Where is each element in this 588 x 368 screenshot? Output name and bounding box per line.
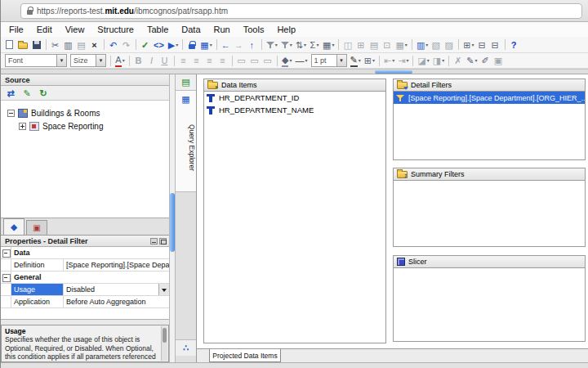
query-explorer-label[interactable]: Query Explorer	[176, 107, 196, 192]
tree-item-buildings-rooms[interactable]: Buildings & Rooms	[1, 106, 169, 119]
align-center-button[interactable]: ≡	[191, 54, 203, 67]
paste-button[interactable]: ▤	[76, 38, 87, 52]
insert-table-button[interactable]: ⊞	[355, 38, 367, 52]
bold-button[interactable]: B	[133, 54, 145, 67]
detail-filter-item[interactable]: [Space Reporting].[Space Department].[OR…	[394, 92, 585, 104]
query-explorer-tab[interactable]: ▦	[176, 91, 196, 107]
reset-style-button[interactable]: ✗	[452, 54, 464, 67]
toolbar-separator[interactable]	[412, 56, 413, 66]
underline-button[interactable]: U	[159, 54, 171, 67]
copy-button[interactable]: ▥	[63, 38, 74, 52]
scrollbar-thumb[interactable]	[170, 193, 175, 252]
dropdown-button[interactable]	[158, 284, 169, 295]
maximize-pane-button[interactable]	[159, 238, 167, 245]
master-detail-button[interactable]: ⊟	[477, 38, 488, 52]
forward-button[interactable]: →	[234, 38, 245, 52]
refresh-source-button[interactable]: ↻	[38, 87, 49, 100]
indent-increase-button[interactable]: ⇥▾	[397, 54, 409, 67]
redo-button[interactable]: ↷	[121, 38, 132, 52]
chart-button[interactable]: ▥▾	[416, 38, 429, 52]
package-button[interactable]: ▦▾	[199, 38, 212, 52]
minimize-pane-button[interactable]	[150, 238, 158, 245]
insert-source-button[interactable]: ⇄	[5, 87, 16, 100]
undo-button[interactable]: ↶	[108, 38, 119, 52]
headers-footers-button[interactable]: ◫	[342, 38, 354, 52]
style-picker-button[interactable]: ✎▾	[466, 54, 478, 67]
background-color-button[interactable]: ◆▾	[281, 54, 292, 67]
page-explorer-tab[interactable]: ▤	[176, 74, 196, 91]
run-button[interactable]: ▶▾	[167, 38, 179, 52]
menu-item[interactable]: Run	[207, 25, 237, 34]
toolbar-separator[interactable]	[104, 39, 105, 50]
projected-data-items-tab[interactable]: Projected Data Items	[209, 349, 281, 362]
prop-group-data[interactable]: Data	[1, 247, 169, 259]
menu-item[interactable]: Table	[140, 25, 175, 34]
toolbar-separator[interactable]	[174, 56, 175, 66]
toolbar-separator[interactable]	[338, 39, 339, 50]
pivot-button[interactable]: ▦▾	[322, 38, 335, 52]
prop-definition[interactable]: Definition [Space Reporting].[Space Depa…	[1, 259, 169, 272]
toolbar-separator[interactable]	[136, 39, 136, 50]
toolbar-separator[interactable]	[412, 39, 412, 50]
tab-toolbox[interactable]: ▣	[26, 220, 47, 235]
line-style-button[interactable]: —▾	[294, 54, 308, 67]
property-value[interactable]: Before Auto Aggregation	[64, 298, 169, 306]
swap-rows-columns-button[interactable]: ▧	[430, 38, 442, 52]
size-combo[interactable]: Size▼	[70, 54, 106, 67]
toolbar-separator[interactable]	[458, 39, 459, 50]
padding-button[interactable]: ▭	[262, 54, 274, 67]
url-input[interactable]: https://reports-test.mit.edu/ibmcognos/p…	[20, 3, 582, 19]
toolbar-separator[interactable]	[182, 39, 183, 50]
toolbar-separator[interactable]	[379, 56, 380, 66]
prop-application[interactable]: Application Before Auto Aggregation	[1, 296, 169, 308]
borders-button[interactable]: ⊞▾	[363, 54, 376, 67]
left-pane-scrollbar[interactable]	[169, 74, 176, 362]
property-value[interactable]: [Space Reporting].[Space Department]...	[64, 261, 169, 269]
justify-button[interactable]: ≡	[217, 54, 229, 67]
style-variable-button[interactable]: ◨▾	[432, 54, 445, 67]
menu-item[interactable]: Edit	[30, 25, 59, 34]
data-item[interactable]: HR_DEPARTMENT_NAME	[204, 104, 385, 116]
lock-page-button[interactable]	[186, 38, 198, 52]
sort-button[interactable]: ⇅▾	[295, 38, 307, 52]
summarize-button[interactable]: Σ▾	[309, 38, 320, 52]
delete-button[interactable]: ×	[89, 38, 100, 52]
menu-item[interactable]: File	[2, 25, 30, 34]
menu-item[interactable]: Tools	[237, 25, 271, 34]
property-value[interactable]: Disabled	[64, 285, 158, 294]
open-report-button[interactable]	[17, 38, 29, 52]
new-report-button[interactable]	[4, 38, 16, 52]
menu-item[interactable]: Structure	[91, 25, 140, 34]
toolbar-separator[interactable]	[46, 39, 47, 50]
edit-data-item-button[interactable]: ✎	[21, 87, 33, 100]
back-button[interactable]: ←	[220, 38, 232, 52]
apply-style-button[interactable]: ✐	[480, 54, 492, 67]
drill-behavior-button[interactable]: ⊟	[490, 38, 501, 52]
border-color-button[interactable]: ✎▾	[350, 54, 362, 67]
validate-button[interactable]: ✓	[140, 38, 151, 52]
toolbar-separator[interactable]	[505, 39, 506, 50]
copy-format-button[interactable]: ▨	[443, 38, 455, 52]
italic-button[interactable]: I	[146, 54, 158, 67]
font-color-button[interactable]: A▾	[114, 54, 126, 67]
tree-item-space-reporting[interactable]: Space Reporting	[1, 119, 169, 132]
section-button[interactable]: ▤	[368, 38, 380, 52]
toolbar-separator[interactable]	[110, 56, 111, 66]
toolbar-separator[interactable]	[448, 56, 449, 66]
vertical-align-button[interactable]: ▭	[236, 54, 247, 67]
indent-decrease-button[interactable]: ⇤▾	[383, 54, 395, 67]
toolbar-separator[interactable]	[277, 56, 278, 66]
prop-group-general[interactable]: General	[1, 272, 169, 284]
page-layout-button[interactable]: ▦▾	[394, 38, 408, 52]
go-up-button[interactable]: ↑	[247, 38, 258, 52]
filter-button[interactable]: ▾	[265, 38, 278, 52]
tab-model[interactable]: ◆	[3, 218, 24, 235]
xml-button[interactable]: <>	[153, 38, 166, 52]
image-button[interactable]: ▣	[493, 54, 505, 67]
toolbar-separator[interactable]	[216, 39, 217, 50]
scrollbar-thumb[interactable]	[163, 328, 167, 343]
menu-item[interactable]: Help	[270, 25, 302, 34]
expand-icon[interactable]	[19, 123, 26, 130]
border-width-combo[interactable]: 1 pt▼	[311, 54, 347, 67]
align-right-button[interactable]: ≡	[204, 54, 216, 67]
